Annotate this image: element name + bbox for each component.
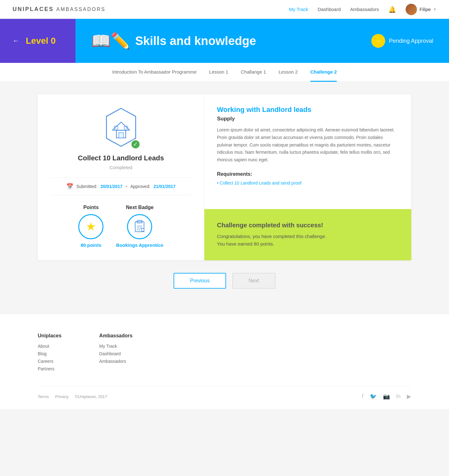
- star-icon: ★: [86, 220, 96, 233]
- logo: Uniplaces AMBASSADORS: [13, 6, 106, 13]
- navigation-buttons: Previous Next: [38, 260, 411, 301]
- youtube-icon[interactable]: ▶: [407, 393, 411, 400]
- page-title: Skills and knowledge: [135, 34, 256, 48]
- social-icons: f 🐦 📷 in ▶: [362, 393, 411, 400]
- main-content: ✓ Collect 10 Landlord Leads Completed 📅 …: [0, 82, 449, 314]
- logo-suffix: AMBASSADORS: [56, 7, 106, 12]
- username: Filipe: [419, 7, 431, 12]
- previous-button[interactable]: Previous: [174, 273, 226, 289]
- footer-col2-title: Ambassadors: [99, 333, 133, 339]
- badge-circle: [127, 214, 152, 239]
- chevron-down-icon: ▼: [433, 8, 436, 11]
- points-label: Points: [78, 205, 103, 210]
- copyright: ©Uniplaces, 2017: [75, 394, 107, 399]
- tabs-bar: Introduction To Ambassador Programme Les…: [0, 63, 449, 82]
- avatar: [406, 4, 417, 15]
- success-text: Congratulations, you have completed this…: [217, 233, 399, 248]
- challenge-card: ✓ Collect 10 Landlord Leads Completed 📅 …: [38, 94, 411, 260]
- success-title: Challenge completed with success!: [217, 222, 399, 229]
- points-badges-area: Points ★ 80 points Next Badge: [50, 205, 191, 248]
- svg-marker-0: [106, 108, 136, 147]
- nav-my-track[interactable]: My Track: [289, 7, 308, 12]
- footer-legal-links: Terms Privacy ©Uniplaces, 2017: [38, 394, 107, 399]
- status-area: ··· Pending Approval: [371, 34, 433, 48]
- submitted-date: 20/01/2017: [101, 184, 123, 189]
- challenge-icon-area: ✓: [50, 107, 191, 148]
- twitter-icon[interactable]: 🐦: [370, 393, 377, 400]
- next-badge-item: Next Badge Bookings Apprentice: [116, 205, 163, 248]
- challenge-info: Working with Landlord leads Supply Lorem…: [204, 94, 411, 209]
- separator: •: [126, 184, 127, 189]
- level-label: Level 0: [26, 36, 56, 46]
- footer-link-dashboard[interactable]: Dashboard: [99, 351, 133, 356]
- book-icon: 📖✏️: [91, 32, 130, 50]
- challenge-status: Completed: [50, 165, 191, 170]
- nav-links: My Track Dashboard Ambassadors 🔔 Filipe …: [289, 4, 436, 15]
- footer-link-careers[interactable]: Careers: [38, 359, 62, 364]
- approved-date: 21/01/2017: [153, 184, 175, 189]
- challenge-title: Collect 10 Landlord Leads: [50, 154, 191, 162]
- tab-challenge2[interactable]: Challenge 2: [310, 63, 337, 82]
- footer-link-blog[interactable]: Blog: [38, 351, 62, 356]
- linkedin-icon[interactable]: in: [396, 393, 401, 400]
- svg-rect-3: [119, 133, 123, 138]
- hero-title-area: 📖✏️ Skills and knowledge ··· Pending App…: [75, 19, 449, 63]
- approved-label: Approved:: [130, 184, 151, 189]
- nav-ambassadors[interactable]: Ambassadors: [350, 7, 379, 12]
- status-dots-icon: ···: [371, 34, 385, 48]
- completed-check-icon: ✓: [130, 139, 141, 149]
- points-item: Points ★ 80 points: [78, 205, 103, 248]
- footer-col-uniplaces: Uniplaces About Blog Careers Partners: [38, 333, 62, 374]
- navbar: Uniplaces AMBASSADORS My Track Dashboard…: [0, 0, 449, 19]
- footer-col1-title: Uniplaces: [38, 333, 62, 339]
- challenge-description: Lorem ipsum dolor sit amet, consectetur …: [217, 126, 399, 164]
- footer-link-partners[interactable]: Partners: [38, 366, 62, 371]
- footer-col-ambassadors: Ambassadors My Track Dashboard Ambassado…: [99, 333, 133, 374]
- footer-link-about[interactable]: About: [38, 344, 62, 349]
- footer-terms-link[interactable]: Terms: [38, 394, 49, 399]
- submitted-info: 📅 Submitted: 20/01/2017 • Approved: 21/0…: [50, 178, 191, 195]
- card-left-panel: ✓ Collect 10 Landlord Leads Completed 📅 …: [38, 94, 204, 260]
- notification-bell-icon[interactable]: 🔔: [388, 6, 396, 13]
- next-button[interactable]: Next: [232, 273, 275, 289]
- status-badge: Pending Approval: [389, 38, 433, 44]
- challenge-name: Working with Landlord leads: [217, 106, 399, 114]
- instagram-icon[interactable]: 📷: [383, 393, 390, 400]
- points-value: 80 points: [78, 242, 103, 248]
- footer-link-mytrack[interactable]: My Track: [99, 344, 133, 349]
- footer-columns: Uniplaces About Blog Careers Partners Am…: [38, 333, 411, 374]
- tab-intro[interactable]: Introduction To Ambassador Programme: [112, 63, 197, 82]
- requirements-title: Requirements:: [217, 171, 399, 177]
- points-circle: ★: [78, 214, 103, 239]
- nav-dashboard[interactable]: Dashboard: [318, 7, 341, 12]
- card-right-panel: Working with Landlord leads Supply Lorem…: [204, 94, 411, 260]
- footer-privacy-link[interactable]: Privacy: [55, 394, 69, 399]
- tab-lesson1[interactable]: Lesson 1: [209, 63, 228, 82]
- back-button[interactable]: ←: [13, 37, 19, 45]
- calendar-icon: 📅: [66, 183, 73, 190]
- footer-link-ambassadors[interactable]: Ambassadors: [99, 359, 133, 364]
- challenge-subtitle: Supply: [217, 116, 399, 122]
- success-panel: Challenge completed with success! Congra…: [204, 209, 411, 260]
- tab-challenge1[interactable]: Challange 1: [241, 63, 266, 82]
- footer-bottom: Terms Privacy ©Uniplaces, 2017 f 🐦 📷 in …: [38, 386, 411, 400]
- hero-level-area: ← Level 0: [0, 19, 75, 63]
- logo-text: Uniplaces AMBASSADORS: [13, 6, 106, 12]
- next-badge-value: Bookings Apprentice: [116, 242, 163, 248]
- user-menu[interactable]: Filipe ▼: [406, 4, 436, 15]
- svg-marker-11: [141, 229, 144, 232]
- facebook-icon[interactable]: f: [362, 393, 363, 400]
- next-badge-label: Next Badge: [116, 205, 163, 210]
- footer: Uniplaces About Blog Careers Partners Am…: [0, 314, 449, 409]
- badge-icon: [133, 220, 147, 234]
- tab-lesson2[interactable]: Lesson 2: [279, 63, 298, 82]
- requirement-link[interactable]: Collect 10 Landlord Leads and send proof: [217, 180, 302, 185]
- hero-banner: ← Level 0 📖✏️ Skills and knowledge ··· P…: [0, 19, 449, 63]
- submitted-label: Submitted:: [76, 184, 97, 189]
